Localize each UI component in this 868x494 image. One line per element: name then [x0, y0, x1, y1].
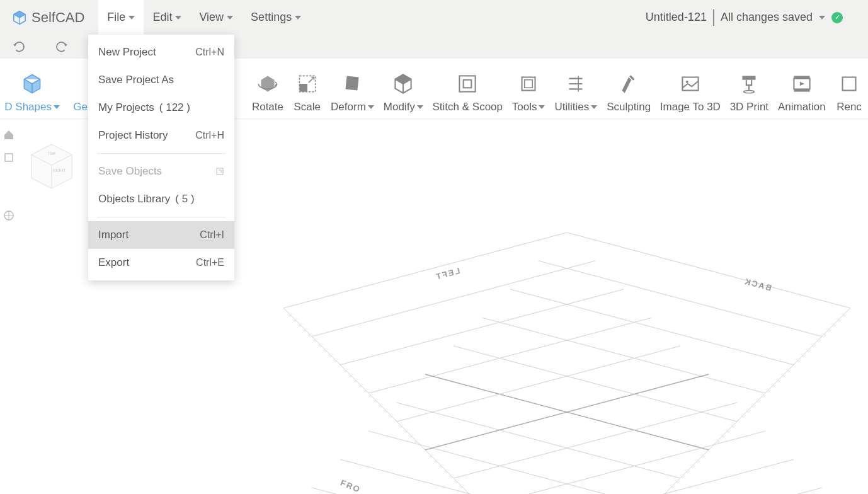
svg-rect-5	[525, 80, 533, 88]
project-info: Untitled-121 All changes saved ✓	[646, 9, 868, 26]
keyboard-shortcut: Ctrl+E	[196, 257, 224, 268]
caret-down-icon	[175, 16, 181, 20]
keyboard-shortcut: Ctrl+I	[200, 229, 224, 241]
menu-bar: SelfCAD File Edit View Settings Untitled…	[0, 0, 868, 35]
tool-tools[interactable]: Tools	[507, 71, 550, 113]
svg-rect-2	[460, 76, 476, 91]
rotate-icon	[254, 71, 281, 97]
tool-image-to-3d[interactable]: Image To 3D	[656, 71, 726, 113]
menu-save-objects: Save Objects	[88, 158, 234, 185]
item-label: Project History	[98, 129, 168, 142]
menu-settings-label: Settings	[251, 11, 292, 24]
caret-down-icon	[539, 105, 545, 109]
keyboard-shortcut: Ctrl+N	[195, 47, 224, 58]
caret-down-icon	[591, 105, 597, 109]
modify-icon	[390, 71, 416, 97]
redo-icon[interactable]	[54, 40, 68, 54]
check-icon: ✓	[831, 12, 843, 23]
tool-3d-print[interactable]: 3D Print	[725, 71, 773, 113]
app-logo: SelfCAD	[11, 9, 84, 26]
menu-save-project-as[interactable]: Save Project As	[88, 66, 234, 94]
menu-items: File Edit View Settings	[98, 0, 310, 35]
svg-rect-1	[299, 84, 307, 92]
tool-modify[interactable]: Modify	[379, 71, 428, 113]
item-count: ( 5 )	[175, 193, 194, 205]
caret-down-icon	[128, 16, 135, 20]
tool-label: D Shapes	[4, 101, 52, 113]
export-small-icon	[215, 167, 224, 176]
item-label: Objects Library	[98, 193, 170, 205]
tool-label: Scale	[294, 101, 321, 113]
item-label: Export	[98, 256, 129, 269]
svg-rect-12	[794, 89, 809, 91]
printer-icon	[736, 71, 762, 97]
caret-down-icon	[54, 105, 60, 109]
menu-view[interactable]: View	[190, 0, 242, 35]
menu-separator	[97, 153, 226, 154]
menu-project-history[interactable]: Project History Ctrl+H	[88, 122, 234, 149]
sculpting-icon	[615, 71, 642, 97]
project-title: Untitled-121	[646, 11, 707, 24]
animation-icon	[789, 71, 815, 97]
save-status: All changes saved	[721, 11, 813, 24]
tool-deform[interactable]: Deform	[326, 71, 379, 113]
divider	[713, 9, 714, 26]
item-label: My Projects	[98, 101, 154, 114]
caret-down-icon	[819, 16, 825, 20]
tool-label: Renc	[837, 101, 862, 113]
menu-new-project[interactable]: New Project Ctrl+N	[88, 38, 234, 66]
scale-icon	[294, 71, 321, 97]
tool-sculpting[interactable]: Sculpting	[602, 71, 656, 113]
tool-label: Sculpting	[607, 101, 651, 113]
tool-rotate[interactable]: Rotate	[247, 71, 288, 113]
item-label: Save Project As	[98, 74, 174, 86]
tool-label: Stitch & Scoop	[432, 101, 503, 113]
tool-label: Tools	[512, 101, 537, 113]
tool-label: Animation	[778, 101, 826, 113]
tool-animation[interactable]: Animation	[774, 71, 830, 113]
render-icon	[836, 71, 862, 97]
item-label: New Project	[98, 46, 156, 59]
caret-down-icon	[295, 16, 301, 20]
menu-my-projects[interactable]: My Projects ( 122 )	[88, 94, 234, 122]
logo-text: SelfCAD	[31, 9, 84, 26]
menu-file[interactable]: File	[98, 0, 144, 35]
item-count: ( 122 )	[159, 101, 190, 114]
tool-label: Deform	[331, 101, 366, 113]
svg-rect-8	[743, 76, 756, 79]
logo-cube-icon	[11, 9, 28, 26]
tool-stitch-scoop[interactable]: Stitch & Scoop	[428, 71, 507, 113]
menu-export[interactable]: Export Ctrl+E	[88, 249, 234, 277]
undo-icon[interactable]	[13, 40, 26, 54]
tool-label: Rotate	[252, 101, 283, 113]
workspace-grid	[252, 226, 868, 494]
caret-down-icon	[227, 16, 233, 20]
utilities-icon	[562, 71, 589, 97]
item-label: Save Objects	[98, 165, 162, 178]
svg-rect-13	[843, 78, 856, 91]
tools-icon	[515, 71, 542, 97]
stitch-icon	[454, 71, 481, 97]
caret-down-icon	[417, 105, 423, 109]
tool-render[interactable]: Renc	[830, 71, 868, 113]
menu-edit[interactable]: Edit	[144, 0, 190, 35]
svg-rect-3	[464, 80, 472, 88]
menu-view-label: View	[199, 11, 224, 24]
tool-3d-shapes[interactable]: D Shapes	[0, 71, 64, 113]
svg-point-9	[744, 91, 755, 93]
file-dropdown: New Project Ctrl+N Save Project As My Pr…	[88, 35, 234, 280]
tool-scale[interactable]: Scale	[288, 71, 326, 113]
menu-file-label: File	[107, 11, 125, 24]
deform-icon	[339, 71, 365, 97]
menu-settings[interactable]: Settings	[242, 0, 310, 35]
tool-utilities[interactable]: Utilities	[550, 71, 602, 113]
menu-import[interactable]: Import Ctrl+I	[88, 221, 234, 249]
svg-rect-4	[522, 78, 535, 91]
menu-separator	[97, 217, 226, 217]
tool-label: Modify	[384, 101, 415, 113]
svg-rect-11	[794, 76, 809, 78]
menu-objects-library[interactable]: Objects Library ( 5 )	[88, 185, 234, 213]
keyboard-shortcut: Ctrl+H	[195, 130, 224, 141]
item-label: Import	[98, 229, 128, 241]
svg-point-7	[685, 81, 688, 83]
